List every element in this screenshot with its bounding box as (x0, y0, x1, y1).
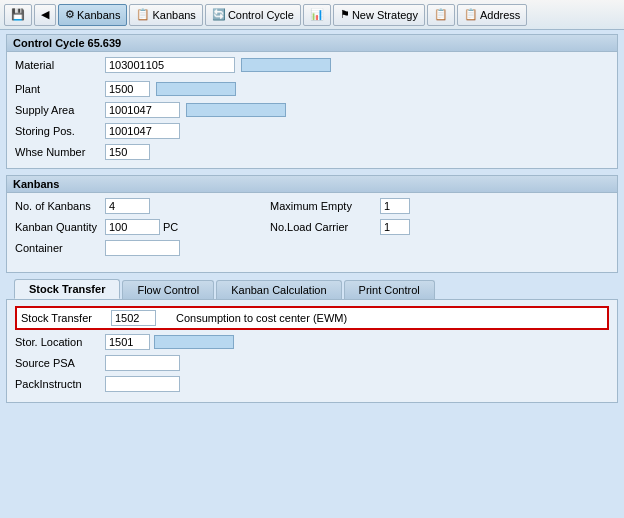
table-button[interactable]: 📋 (427, 4, 455, 26)
whse-number-input[interactable] (105, 144, 150, 160)
kanbans-label: Kanbans (152, 9, 195, 21)
control-cycle-label: Control Cycle (228, 9, 294, 21)
kanbans-active-button[interactable]: ⚙ Kanbans (58, 4, 127, 26)
source-psa-label: Source PSA (15, 357, 105, 369)
max-empty-input[interactable] (380, 198, 410, 214)
main-content: Control Cycle 65.639 Material Plant Supp… (0, 30, 624, 407)
stock-transfer-extra-label: Consumption to cost center (EWM) (176, 312, 347, 324)
tab-content-stock-transfer: Stock Transfer Consumption to cost cente… (6, 299, 618, 403)
tab-print-control-label: Print Control (359, 284, 420, 296)
control-cycle-body: Material Plant Supply Area Storing Pos. (7, 52, 617, 168)
gear-icon: ⚙ (65, 8, 75, 21)
stock-transfer-row-label: Stock Transfer (21, 312, 111, 324)
plant-blue-field (156, 82, 236, 96)
kanban-quantity-label: Kanban Quantity (15, 221, 105, 233)
kanbans-title: Kanbans (7, 176, 617, 193)
save-icon: 💾 (11, 8, 25, 21)
kanbans-section: Kanbans No. of Kanbans Kanban Quantity P… (6, 175, 618, 273)
stor-location-input[interactable] (105, 334, 150, 350)
kanbans-body: No. of Kanbans Kanban Quantity PC Contai… (7, 193, 617, 272)
storing-pos-input[interactable] (105, 123, 180, 139)
whse-number-label: Whse Number (15, 146, 105, 158)
max-empty-row: Maximum Empty (270, 197, 410, 215)
back-icon: ◀ (41, 8, 49, 21)
stor-location-row: Stor. Location (15, 333, 609, 351)
kanbans-right: Maximum Empty No.Load Carrier (270, 197, 410, 260)
plant-label: Plant (15, 83, 105, 95)
supply-area-label: Supply Area (15, 104, 105, 116)
pack-instructn-label: PackInstructn (15, 378, 105, 390)
material-input[interactable] (105, 57, 235, 73)
tab-stock-transfer[interactable]: Stock Transfer (14, 279, 120, 299)
no-of-kanbans-input[interactable] (105, 198, 150, 214)
source-psa-row: Source PSA (15, 354, 609, 372)
new-strategy-label: New Strategy (352, 9, 418, 21)
control-cycle-title: Control Cycle 65.639 (7, 35, 617, 52)
kanbans-left: No. of Kanbans Kanban Quantity PC Contai… (15, 197, 180, 260)
clipboard-icon: 📋 (136, 8, 150, 21)
stor-location-blue-field (154, 335, 234, 349)
new-strategy-button[interactable]: ⚑ New Strategy (333, 4, 425, 26)
source-psa-input[interactable] (105, 355, 180, 371)
tab-flow-control[interactable]: Flow Control (122, 280, 214, 299)
save-button[interactable]: 💾 (4, 4, 32, 26)
whse-number-row: Whse Number (15, 143, 609, 161)
address-icon: 📋 (464, 8, 478, 21)
tab-print-control[interactable]: Print Control (344, 280, 435, 299)
supply-area-input[interactable] (105, 102, 180, 118)
kanban-quantity-row: Kanban Quantity PC (15, 218, 180, 236)
stock-transfer-highlight-row: Stock Transfer Consumption to cost cente… (15, 306, 609, 330)
pack-instructn-input[interactable] (105, 376, 180, 392)
chart-button[interactable]: 📊 (303, 4, 331, 26)
kanban-unit-label: PC (163, 221, 178, 233)
back-button[interactable]: ◀ (34, 4, 56, 26)
storing-pos-label: Storing Pos. (15, 125, 105, 137)
material-row: Material (15, 56, 609, 74)
address-label: Address (480, 9, 520, 21)
tab-kanban-calculation-label: Kanban Calculation (231, 284, 326, 296)
no-load-carrier-input[interactable] (380, 219, 410, 235)
supply-area-row: Supply Area (15, 101, 609, 119)
flag-icon: ⚑ (340, 8, 350, 21)
address-button[interactable]: 📋 Address (457, 4, 527, 26)
no-load-carrier-row: No.Load Carrier (270, 218, 410, 236)
storing-pos-row: Storing Pos. (15, 122, 609, 140)
supply-area-blue-field (186, 103, 286, 117)
tab-stock-transfer-label: Stock Transfer (29, 283, 105, 295)
cycle-icon: 🔄 (212, 8, 226, 21)
control-cycle-button[interactable]: 🔄 Control Cycle (205, 4, 301, 26)
tabs-container: Stock Transfer Flow Control Kanban Calcu… (6, 279, 618, 403)
max-empty-label: Maximum Empty (270, 200, 380, 212)
kanbans-active-label: Kanbans (77, 9, 120, 21)
pack-instructn-row: PackInstructn (15, 375, 609, 393)
container-label: Container (15, 242, 105, 254)
chart-icon: 📊 (310, 8, 324, 21)
no-of-kanbans-label: No. of Kanbans (15, 200, 105, 212)
material-blue-field (241, 58, 331, 72)
kanbans-button[interactable]: 📋 Kanbans (129, 4, 202, 26)
tabs-bar: Stock Transfer Flow Control Kanban Calcu… (6, 279, 618, 299)
toolbar: 💾 ◀ ⚙ Kanbans 📋 Kanbans 🔄 Control Cycle … (0, 0, 624, 30)
container-row: Container (15, 239, 180, 257)
container-input[interactable] (105, 240, 180, 256)
tab-flow-control-label: Flow Control (137, 284, 199, 296)
control-cycle-section: Control Cycle 65.639 Material Plant Supp… (6, 34, 618, 169)
no-load-carrier-label: No.Load Carrier (270, 221, 380, 233)
plant-row: Plant (15, 80, 609, 98)
plant-input[interactable] (105, 81, 150, 97)
stor-location-label: Stor. Location (15, 336, 105, 348)
material-label: Material (15, 59, 105, 71)
kanban-quantity-input[interactable] (105, 219, 160, 235)
table-icon: 📋 (434, 8, 448, 21)
tab-kanban-calculation[interactable]: Kanban Calculation (216, 280, 341, 299)
no-of-kanbans-row: No. of Kanbans (15, 197, 180, 215)
stock-transfer-input[interactable] (111, 310, 156, 326)
